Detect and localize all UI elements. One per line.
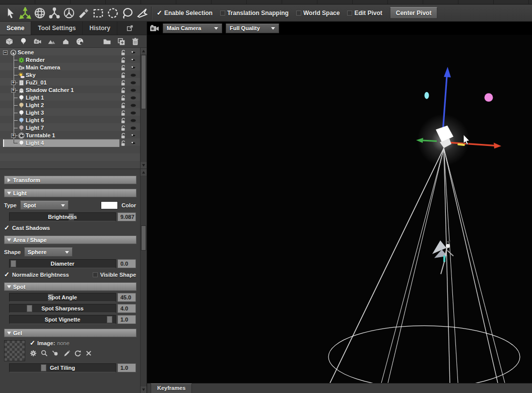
- tree-item-scene[interactable]: −Scene: [0, 49, 140, 56]
- expand-expander[interactable]: +: [11, 133, 16, 138]
- light-dot-cyan[interactable]: [425, 92, 429, 99]
- enable-selection-toggle[interactable]: Enable Selection: [157, 10, 213, 17]
- magnifier-icon[interactable]: [41, 350, 48, 357]
- gear-icon[interactable]: [30, 350, 37, 357]
- scene-tree-scrollbar[interactable]: [140, 48, 147, 169]
- scroll-handle[interactable]: [141, 55, 146, 109]
- move-tool-button[interactable]: [18, 6, 32, 20]
- circle-select-tool-button[interactable]: [105, 6, 120, 20]
- expand-expander[interactable]: +: [11, 81, 16, 85]
- color-picker-icon[interactable]: [52, 350, 59, 357]
- quality-select-dropdown[interactable]: Full Quality: [226, 24, 279, 33]
- popout-panel-icon[interactable]: [126, 25, 134, 32]
- tree-item-light-1[interactable]: Light 1: [0, 94, 140, 102]
- scale-tool-button[interactable]: [47, 6, 61, 20]
- add-terrain-button[interactable]: [47, 37, 56, 46]
- translation-snapping-toggle[interactable]: Translation Snapping: [220, 10, 289, 17]
- eye-open-icon[interactable]: [130, 49, 137, 56]
- gel-image-row[interactable]: Image: none: [30, 340, 136, 346]
- lock-open-icon[interactable]: [120, 72, 126, 78]
- scroll-down-button[interactable]: [141, 386, 147, 393]
- spot-vignette-value[interactable]: 1.0: [117, 315, 136, 324]
- viewport-3d-canvas[interactable]: [147, 35, 532, 383]
- lock-open-icon[interactable]: [120, 132, 126, 139]
- gel-image-thumbnail[interactable]: [4, 340, 25, 361]
- expand-expander[interactable]: +: [11, 88, 16, 93]
- light-dot-pink[interactable]: [485, 93, 493, 102]
- lock-open-icon[interactable]: [120, 140, 126, 146]
- tree-item-sky[interactable]: Sky: [0, 71, 140, 79]
- spot-angle-value[interactable]: 45.0: [117, 293, 136, 302]
- knife-tool-button[interactable]: [76, 6, 91, 20]
- eye-closed-icon[interactable]: [130, 87, 137, 94]
- scroll-up-button[interactable]: [141, 48, 147, 54]
- select-tool-button[interactable]: [3, 6, 18, 20]
- eye-open-icon[interactable]: [130, 64, 137, 71]
- add-camera-button[interactable]: [33, 37, 42, 46]
- spot-angle-slider[interactable]: Spot Angle: [9, 293, 116, 302]
- lock-open-icon[interactable]: [120, 102, 126, 109]
- spot-sharpness-value[interactable]: 4.0: [117, 304, 136, 313]
- lock-open-icon[interactable]: [120, 87, 126, 94]
- light-section-header[interactable]: Light: [4, 189, 137, 197]
- lock-open-icon[interactable]: [120, 64, 126, 71]
- delete-button[interactable]: [131, 37, 140, 46]
- visible-shape-checkbox[interactable]: Visible Shape: [93, 272, 136, 278]
- eye-closed-icon[interactable]: [130, 95, 137, 101]
- scroll-up-button[interactable]: [141, 169, 147, 176]
- transform-section-header[interactable]: Transform: [4, 176, 137, 184]
- gel-section-header[interactable]: Gel: [4, 329, 137, 337]
- spot-vignette-slider[interactable]: Spot Vignette: [9, 315, 116, 324]
- spot-section-header[interactable]: Spot: [4, 282, 137, 291]
- eye-closed-icon[interactable]: [130, 117, 137, 124]
- eye-closed-icon[interactable]: [130, 72, 137, 78]
- brightness-slider[interactable]: Brightness: [9, 212, 116, 221]
- eye-open-icon[interactable]: [130, 140, 137, 146]
- eye-closed-icon[interactable]: [130, 102, 137, 109]
- materials-button[interactable]: [76, 37, 84, 46]
- edit-pivot-toggle[interactable]: Edit Pivot: [347, 10, 382, 17]
- refresh-icon[interactable]: [74, 350, 81, 357]
- normalize-brightness-checkbox[interactable]: Normalize Brightness: [4, 272, 69, 278]
- rect-select-tool-button[interactable]: [91, 6, 105, 20]
- diameter-slider[interactable]: Diameter: [9, 259, 116, 268]
- keyframes-tab[interactable]: Keyframes: [151, 383, 192, 393]
- area-shape-section-header[interactable]: Area / Shape: [4, 235, 137, 244]
- tab-scene[interactable]: Scene: [0, 22, 31, 35]
- pencil-icon[interactable]: [63, 350, 70, 357]
- tree-item-light-4[interactable]: Light 4: [0, 139, 140, 147]
- tree-item-turntable-1[interactable]: +Turntable 1: [0, 132, 140, 139]
- clear-icon[interactable]: [85, 350, 92, 357]
- universal-tool-button[interactable]: [61, 6, 76, 20]
- scroll-down-button[interactable]: [141, 162, 147, 169]
- add-light-button[interactable]: [19, 37, 28, 46]
- gel-tiling-slider[interactable]: Gel Tiling: [9, 363, 116, 372]
- eye-closed-icon[interactable]: [130, 110, 137, 116]
- rotate-tool-button[interactable]: [32, 6, 47, 20]
- poly-select-tool-button[interactable]: [135, 6, 149, 20]
- lock-open-icon[interactable]: [120, 117, 126, 124]
- tree-item-light-7[interactable]: Light 7: [0, 124, 140, 132]
- camera-select-dropdown[interactable]: Main Camera: [163, 24, 222, 33]
- add-object-button[interactable]: [5, 37, 14, 46]
- properties-scrollbar[interactable]: [140, 169, 147, 393]
- tree-item-render[interactable]: Render: [0, 56, 140, 64]
- tree-item-shadow-catcher-1[interactable]: +Shadow Catcher 1: [0, 87, 140, 94]
- scroll-handle[interactable]: [141, 225, 146, 251]
- light-type-dropdown[interactable]: Spot: [20, 201, 69, 210]
- eye-open-icon[interactable]: [130, 57, 137, 63]
- tab-history[interactable]: History: [83, 22, 117, 35]
- tree-item-fuzi-01[interactable]: +FuZi_01: [0, 79, 140, 87]
- collapse-expander[interactable]: −: [3, 50, 8, 55]
- eye-open-icon[interactable]: [130, 132, 137, 139]
- eye-closed-icon[interactable]: [130, 125, 137, 131]
- lock-open-icon[interactable]: [120, 125, 126, 131]
- diameter-value[interactable]: 0.0: [117, 259, 136, 268]
- folder-button[interactable]: [103, 37, 111, 46]
- eye-closed-icon[interactable]: [130, 80, 137, 86]
- tab-tool-settings[interactable]: Tool Settings: [31, 22, 83, 35]
- tree-item-light-3[interactable]: Light 3: [0, 109, 140, 117]
- lock-open-icon[interactable]: [120, 110, 126, 116]
- center-pivot-button[interactable]: Center Pivot: [390, 7, 438, 19]
- add-environment-button[interactable]: [61, 37, 70, 46]
